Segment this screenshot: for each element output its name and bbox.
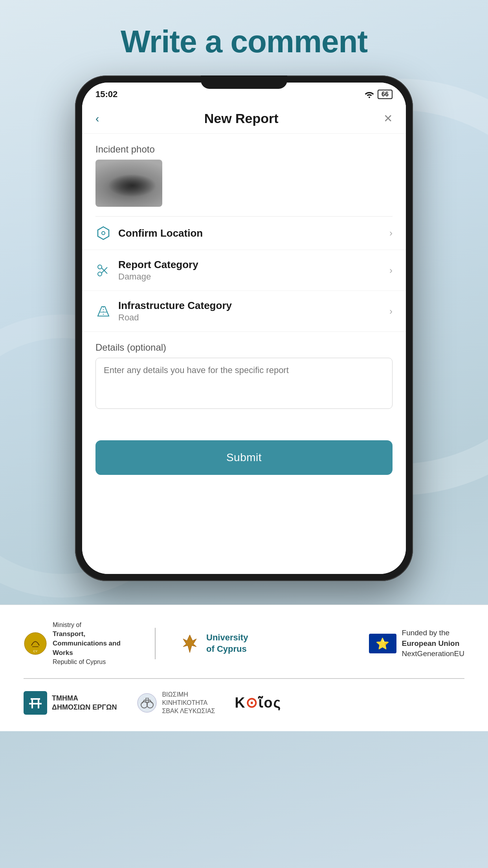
svg-rect-12 [31, 699, 33, 708]
battery-icon: 66 [378, 90, 393, 99]
status-time: 15:02 [95, 89, 117, 99]
ucy-logo: University of Cyprus [179, 632, 248, 655]
main-title: Write a comment [0, 24, 488, 60]
details-section: Details (optional) [82, 332, 406, 417]
nav-bar: ‹ New Report ✕ [82, 102, 406, 134]
photo-image [95, 160, 162, 207]
footer-divider-v [155, 628, 156, 659]
footer-top: CY Ministry of Transport, Communications… [24, 621, 464, 679]
ministry-text: Ministry of Transport, Communications an… [53, 621, 131, 666]
confirm-location-item[interactable]: Confirm Location › [82, 217, 406, 250]
svg-rect-14 [31, 698, 40, 700]
report-category-chevron: › [389, 265, 393, 276]
svg-point-0 [369, 97, 370, 98]
report-category-item[interactable]: Report Category Damage › [82, 250, 406, 291]
svg-rect-11 [29, 703, 42, 704]
infrastructure-category-text: Infrastructure Category Road [118, 300, 389, 323]
infrastructure-category-subtitle: Road [118, 313, 389, 323]
infrastructure-category-title: Infrastructure Category [118, 300, 389, 312]
phone-notch [201, 75, 287, 89]
infrastructure-category-chevron: › [389, 306, 393, 317]
dept-logo: ΤΜΗΜΑ ΔΗΜΟΣΙΩΝ ΕΡΓΩΝ [24, 691, 117, 715]
report-category-subtitle: Damage [118, 272, 389, 282]
wifi-icon [364, 90, 374, 98]
eu-logo: ⭐ Funded by the European Union NextGener… [369, 628, 464, 659]
cyprus-emblem: CY [24, 632, 47, 655]
svg-rect-13 [38, 699, 39, 708]
viosity-text: ΒΙΩΣΙΜΗ ΚΙΝΗΤΙΚΟΤΗΤΑ ΣΒΑΚ ΛΕΥΚΩΣΙΑΣ [162, 691, 215, 715]
report-category-text: Report Category Damage [118, 259, 389, 282]
svg-text:CY: CY [33, 649, 38, 653]
ucy-icon [179, 633, 201, 655]
viosity-icon [136, 692, 158, 714]
footer-bottom: ΤΜΗΜΑ ΔΗΜΟΣΙΩΝ ΕΡΓΩΝ ΒΙΩΣΙΜΗ ΚΙΝΗΤΙΚΟΤΗΤ… [24, 679, 464, 715]
back-button[interactable]: ‹ [95, 112, 99, 125]
phone-mockup: 15:02 66 ‹ New Rep [0, 75, 488, 581]
road-icon [95, 303, 111, 319]
close-button[interactable]: ✕ [383, 112, 393, 125]
dept-text: ΤΜΗΜΑ ΔΗΜΟΣΙΩΝ ΕΡΓΩΝ [52, 694, 117, 712]
dept-icon [24, 691, 47, 715]
viosity-logo: ΒΙΩΣΙΜΗ ΚΙΝΗΤΙΚΟΤΗΤΑ ΣΒΑΚ ΛΕΥΚΩΣΙΑΣ [136, 691, 215, 715]
photo-container [82, 160, 406, 216]
svg-point-4 [98, 265, 102, 269]
incident-photo-label: Incident photo [82, 134, 406, 160]
eu-flag: ⭐ [369, 634, 396, 653]
infrastructure-category-item[interactable]: Infrastructure Category Road › [82, 291, 406, 332]
svg-marker-1 [98, 227, 109, 239]
status-icons: 66 [364, 90, 393, 99]
location-icon [95, 225, 111, 241]
koios-dot: ⊙ [246, 695, 258, 711]
submit-area: Submit [82, 417, 406, 491]
details-input[interactable] [95, 358, 393, 409]
details-label: Details (optional) [95, 342, 393, 353]
koios-logo: K⊙ῖος [235, 695, 281, 711]
confirm-location-text: Confirm Location [118, 227, 389, 239]
footer: CY Ministry of Transport, Communications… [0, 605, 488, 731]
app-content: ‹ New Report ✕ Incident photo [82, 102, 406, 574]
confirm-location-chevron: › [389, 228, 393, 239]
phone-screen: 15:02 66 ‹ New Rep [82, 83, 406, 574]
svg-point-3 [98, 272, 102, 276]
ucy-text: University of Cyprus [206, 632, 248, 655]
svg-point-2 [102, 232, 105, 235]
ministry-logo: CY Ministry of Transport, Communications… [24, 621, 131, 666]
incident-photo[interactable] [95, 160, 162, 207]
submit-button[interactable]: Submit [95, 440, 393, 475]
screen-title: New Report [204, 111, 279, 126]
report-category-title: Report Category [118, 259, 389, 271]
eu-text: Funded by the European Union NextGenerat… [402, 628, 464, 659]
confirm-location-title: Confirm Location [118, 227, 389, 239]
page-heading: Write a comment [0, 0, 488, 75]
scissors-icon [95, 263, 111, 278]
phone-frame: 15:02 66 ‹ New Rep [75, 75, 413, 581]
